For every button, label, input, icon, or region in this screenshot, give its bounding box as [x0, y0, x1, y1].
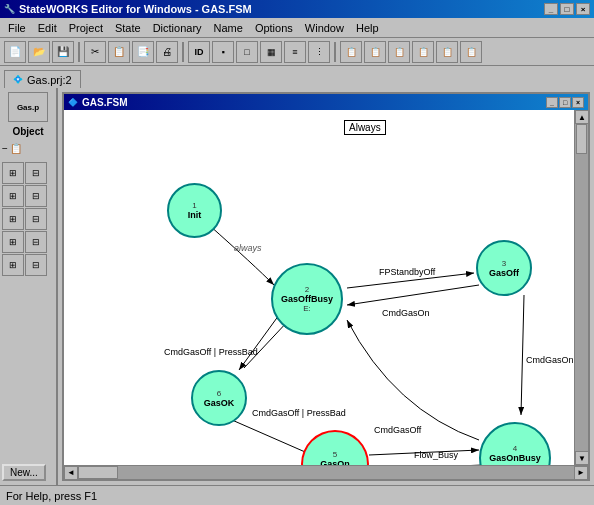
tool-buttons: ⊞ ⊟ ⊞ ⊟ ⊞ ⊟ ⊞ ⊟ ⊞ ⊟: [0, 160, 56, 278]
always-label-text: Always: [349, 122, 381, 133]
scroll-right-button[interactable]: ►: [574, 466, 588, 480]
arrow-label-cmdgasoff-pressbad-1: CmdGasOff | PressBad: [164, 347, 258, 357]
tool-4[interactable]: ⊞: [2, 208, 24, 230]
state-gasoffbusy[interactable]: 2 GasOffBusy E:: [271, 263, 343, 335]
arrow-label-fpstandbyoff: FPStandbyOff: [379, 267, 435, 277]
tool-2[interactable]: ⊞: [2, 185, 24, 207]
tool-7[interactable]: ⊟: [25, 231, 47, 253]
title-bar-buttons: _ □ ×: [544, 3, 590, 15]
toolbar-sep3: [334, 42, 336, 62]
close-button[interactable]: ×: [576, 3, 590, 15]
tool-9[interactable]: ⊟: [25, 254, 47, 276]
tool-8[interactable]: ⊞: [2, 254, 24, 276]
tab-gasproject[interactable]: 💠 Gas.prj:2: [4, 70, 81, 88]
scrollbar-horizontal[interactable]: ◄ ►: [64, 465, 588, 479]
maximize-button[interactable]: □: [560, 3, 574, 15]
toolbar-c6[interactable]: 📋: [460, 41, 482, 63]
arrow-label-always: always: [234, 243, 262, 253]
menu-window[interactable]: Window: [299, 18, 350, 37]
tree-item-icon: 📋: [10, 143, 22, 154]
toolbar: 📄 📂 💾 ✂ 📋 📑 🖨 ID ▪ □ ▦ ≡ ⋮ 📋 📋 📋 📋 📋 📋: [0, 38, 594, 66]
menu-help[interactable]: Help: [350, 18, 385, 37]
menu-state[interactable]: State: [109, 18, 147, 37]
mdi-minimize[interactable]: _: [546, 97, 558, 108]
toolbar-c3[interactable]: 📋: [388, 41, 410, 63]
tab-bar: 💠 Gas.prj:2: [0, 66, 594, 88]
mdi-close[interactable]: ×: [572, 97, 584, 108]
scroll-up-button[interactable]: ▲: [575, 110, 588, 124]
toolbar-b4[interactable]: ≡: [284, 41, 306, 63]
object-label: Object: [0, 126, 56, 137]
menu-file[interactable]: File: [2, 18, 32, 37]
toolbar-b3[interactable]: ▦: [260, 41, 282, 63]
tree-collapse-icon[interactable]: −: [2, 143, 8, 154]
status-bar: For Help, press F1: [0, 485, 594, 505]
scroll-left-button[interactable]: ◄: [64, 466, 78, 480]
tab-icon: 💠: [13, 75, 23, 84]
always-label-box: Always: [344, 120, 386, 135]
toolbar-b2[interactable]: □: [236, 41, 258, 63]
toolbar-cut[interactable]: ✂: [84, 41, 106, 63]
toolbar-copy[interactable]: 📋: [108, 41, 130, 63]
tool-3[interactable]: ⊟: [25, 185, 47, 207]
toolbar-c4[interactable]: 📋: [412, 41, 434, 63]
scroll-thumb-v[interactable]: [576, 124, 587, 154]
tool-6[interactable]: ⊞: [2, 231, 24, 253]
state-gasoff-name: GasOff: [489, 268, 519, 278]
state-gasoff[interactable]: 3 GasOff: [476, 240, 532, 296]
scroll-down-button[interactable]: ▼: [575, 451, 588, 465]
tree-item-root[interactable]: − 📋: [0, 141, 56, 156]
mdi-window: 🔷 GAS.FSM _ □ × Always: [62, 92, 590, 481]
toolbar-c5[interactable]: 📋: [436, 41, 458, 63]
svg-line-5: [521, 295, 524, 415]
tab-label: Gas.prj:2: [27, 74, 72, 86]
state-gasonbusy-num: 4: [513, 444, 517, 453]
menu-dictionary[interactable]: Dictionary: [147, 18, 208, 37]
toolbar-paste[interactable]: 📑: [132, 41, 154, 63]
left-panel: Gas.p Object − 📋 ⊞ ⊟ ⊞ ⊟ ⊞ ⊟ ⊞ ⊟: [0, 88, 58, 485]
tool-plus-v[interactable]: ⊟: [25, 162, 47, 184]
toolbar-new[interactable]: 📄: [4, 41, 26, 63]
svg-line-8: [232, 420, 312, 455]
svg-line-3: [239, 315, 279, 370]
state-init-name: Init: [188, 210, 202, 220]
menu-options[interactable]: Options: [249, 18, 299, 37]
new-button[interactable]: New...: [2, 464, 46, 481]
menu-edit[interactable]: Edit: [32, 18, 63, 37]
app-title: StateWORKS Editor for Windows - GAS.FSM: [19, 3, 252, 15]
menu-name[interactable]: Name: [208, 18, 249, 37]
state-init[interactable]: 1 Init: [167, 183, 222, 238]
toolbar-c1[interactable]: 📋: [340, 41, 362, 63]
main-area: Gas.p Object − 📋 ⊞ ⊟ ⊞ ⊟ ⊞ ⊟ ⊞ ⊟: [0, 88, 594, 485]
state-gason-num: 5: [333, 450, 337, 459]
gas-project-icon: Gas.p: [8, 92, 48, 122]
svg-line-2: [347, 285, 479, 305]
state-gasok[interactable]: 6 GasOK: [191, 370, 247, 426]
toolbar-b1[interactable]: ▪: [212, 41, 234, 63]
toolbar-id[interactable]: ID: [188, 41, 210, 63]
tool-5[interactable]: ⊟: [25, 208, 47, 230]
toolbar-open[interactable]: 📂: [28, 41, 50, 63]
toolbar-save[interactable]: 💾: [52, 41, 74, 63]
diagram-canvas[interactable]: Always: [64, 110, 588, 479]
mdi-icon: 🔷: [68, 98, 78, 107]
mdi-maximize[interactable]: □: [559, 97, 571, 108]
toolbar-print[interactable]: 🖨: [156, 41, 178, 63]
toolbar-b5[interactable]: ⋮: [308, 41, 330, 63]
state-gasonbusy-name: GasOnBusy: [489, 453, 541, 463]
menu-bar: File Edit Project State Dictionary Name …: [0, 18, 594, 38]
state-gasoffbusy-name: GasOffBusy: [281, 294, 333, 304]
minimize-button[interactable]: _: [544, 3, 558, 15]
toolbar-c2[interactable]: 📋: [364, 41, 386, 63]
mdi-title-buttons: _ □ ×: [546, 97, 584, 108]
arrow-label-flow-busy: Flow_Busy: [414, 450, 458, 460]
status-text: For Help, press F1: [6, 490, 97, 502]
menu-project[interactable]: Project: [63, 18, 109, 37]
arrow-label-cmdgasoff-pressbad-2: CmdGasOff | PressBad: [252, 408, 346, 418]
tool-plus-h[interactable]: ⊞: [2, 162, 24, 184]
scroll-track-h: [78, 466, 574, 479]
scrollbar-vertical[interactable]: ▲ ▼: [574, 110, 588, 479]
arrow-label-cmdgasoff: CmdGasOff: [374, 425, 421, 435]
new-btn-area: New...: [0, 460, 56, 485]
scroll-thumb-h[interactable]: [78, 466, 118, 479]
